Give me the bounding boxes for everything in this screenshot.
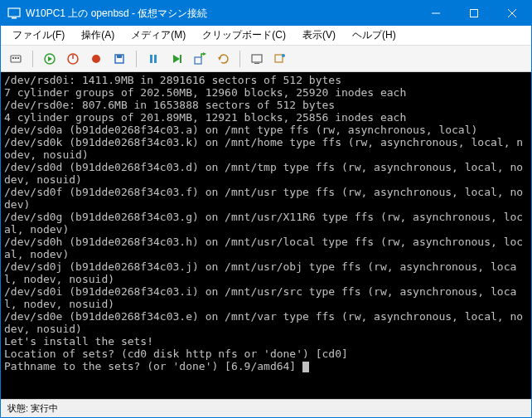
svg-rect-24 xyxy=(252,55,262,62)
menu-media[interactable]: メディア(M) xyxy=(123,26,194,45)
toolbar-separator xyxy=(32,51,33,67)
svg-rect-21 xyxy=(195,57,201,64)
menu-clipboard[interactable]: クリップボード(C) xyxy=(194,26,294,45)
terminal-line: /dev/sd0h (b91dde0268f34c03.h) on /mnt/u… xyxy=(4,236,528,260)
svg-rect-8 xyxy=(15,57,17,59)
terminal-line: /dev/rsd0e: 807.6MB in 1653888 sectors o… xyxy=(4,99,528,111)
toolbar-separator xyxy=(239,51,240,67)
terminal-line: 7 cylinder groups of 202.50MB, 12960 blo… xyxy=(4,86,528,99)
reset-button[interactable] xyxy=(167,49,186,69)
revert-button[interactable] xyxy=(213,49,233,69)
window-controls xyxy=(417,1,531,26)
status-value: 実行中 xyxy=(31,402,58,415)
vm-connection-window: W10PC1 上の openbsd - 仮想マシン接続 ファイル(F) 操作(A… xyxy=(0,0,532,418)
share-button[interactable] xyxy=(270,49,290,69)
svg-rect-16 xyxy=(117,55,122,58)
app-icon xyxy=(7,7,21,20)
svg-rect-26 xyxy=(275,55,283,62)
menu-file[interactable]: ファイル(F) xyxy=(4,26,73,45)
terminal-line: Pathname to the sets? (or 'done') [6.9/a… xyxy=(4,360,528,372)
close-button[interactable] xyxy=(493,1,531,26)
svg-rect-25 xyxy=(254,63,259,64)
window-title: W10PC1 上の openbsd - 仮想マシン接続 xyxy=(26,7,207,21)
svg-point-14 xyxy=(92,55,100,63)
svg-marker-23 xyxy=(218,57,221,61)
svg-rect-1 xyxy=(12,17,17,19)
terminal-line: /dev/rsd0i: 1411.9MB in 2891616 sectors … xyxy=(4,74,528,86)
turnoff-button[interactable] xyxy=(63,49,83,69)
terminal-line: /dev/sd0a (b91dde0268f34c03.a) on /mnt t… xyxy=(4,124,528,136)
shutdown-button[interactable] xyxy=(86,49,106,69)
menu-view[interactable]: 表示(V) xyxy=(294,26,344,45)
terminal-line: Let's install the sets! xyxy=(4,335,528,348)
svg-rect-18 xyxy=(154,55,157,63)
menu-action[interactable]: 操作(A) xyxy=(73,26,123,45)
minimize-button[interactable] xyxy=(417,1,455,26)
menu-help[interactable]: ヘルプ(H) xyxy=(344,26,404,45)
ctrl-alt-del-button[interactable] xyxy=(6,49,26,69)
terminal-line: /dev/sd0k (b91dde0268f34c03.k) on /mnt/h… xyxy=(4,136,528,161)
save-button[interactable] xyxy=(109,49,129,69)
terminal-line: /dev/sd0g (b91dde0268f34c03.g) on /mnt/u… xyxy=(4,211,528,236)
terminal-line: /dev/sd0i (b91dde0268f34c03.i) on /mnt/u… xyxy=(4,285,528,310)
terminal-line: /dev/sd0e (b91dde0268f34c03.e) on /mnt/v… xyxy=(4,310,528,335)
terminal-output[interactable]: /dev/rsd0i: 1411.9MB in 2891616 sectors … xyxy=(1,72,531,399)
enhanced-session-button[interactable] xyxy=(247,49,267,69)
toolbar-separator xyxy=(136,51,137,67)
pause-button[interactable] xyxy=(143,49,163,69)
svg-marker-19 xyxy=(173,55,180,63)
svg-rect-7 xyxy=(12,57,14,59)
terminal-line: Location of sets? (cd0 disk http nfs or … xyxy=(4,348,528,360)
terminal-line: /dev/sd0f (b91dde0268f34c03.f) on /mnt/u… xyxy=(4,186,528,211)
svg-marker-11 xyxy=(48,56,52,61)
statusbar: 状態: 実行中 xyxy=(1,399,531,417)
svg-marker-22 xyxy=(203,52,206,56)
terminal-cursor xyxy=(302,362,309,372)
svg-rect-0 xyxy=(8,8,20,17)
menubar: ファイル(F) 操作(A) メディア(M) クリップボード(C) 表示(V) ヘ… xyxy=(1,26,531,46)
svg-point-27 xyxy=(282,54,285,57)
svg-rect-9 xyxy=(17,57,19,59)
start-button[interactable] xyxy=(40,49,60,69)
checkpoint-button[interactable] xyxy=(190,49,210,69)
titlebar[interactable]: W10PC1 上の openbsd - 仮想マシン接続 xyxy=(1,1,531,26)
svg-rect-3 xyxy=(471,10,478,17)
maximize-button[interactable] xyxy=(455,1,493,26)
terminal-line: 4 cylinder groups of 201.89MB, 12921 blo… xyxy=(4,111,528,124)
terminal-line: /dev/sd0j (b91dde0268f34c03.j) on /mnt/u… xyxy=(4,260,528,285)
toolbar xyxy=(1,46,531,72)
status-label: 状態: xyxy=(7,402,28,415)
svg-rect-20 xyxy=(180,55,181,63)
titlebar-left: W10PC1 上の openbsd - 仮想マシン接続 xyxy=(1,7,207,21)
terminal-line: /dev/sd0d (b91dde0268f34c03.d) on /mnt/t… xyxy=(4,161,528,186)
svg-rect-17 xyxy=(150,55,152,63)
